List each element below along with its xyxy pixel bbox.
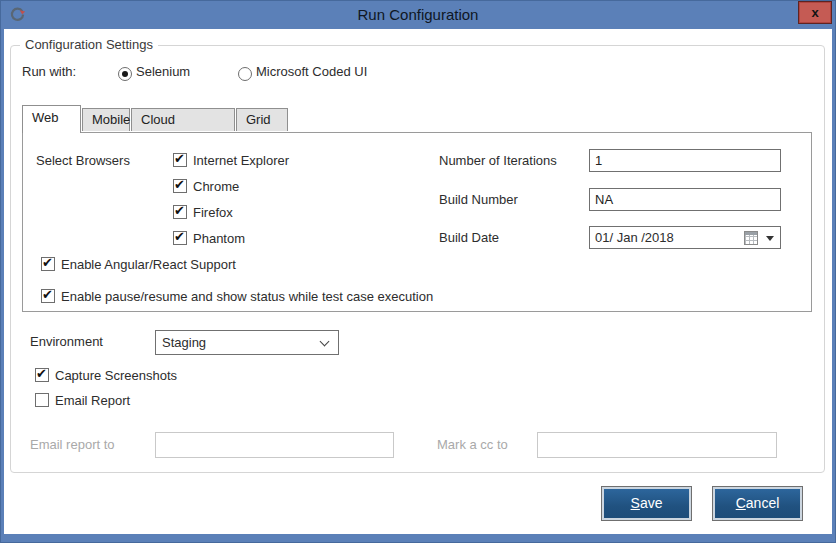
email-report-to-label: Email report to (30, 437, 115, 452)
build-date-value: 01/ Jan /2018 (595, 230, 674, 245)
dialog-body: Configuration Settings Run with: Seleniu… (4, 29, 832, 534)
build-number-input[interactable] (589, 188, 781, 211)
radio-microsoft-coded-ui[interactable] (238, 67, 252, 81)
checkbox-angular-react-label[interactable]: Enable Angular/React Support (61, 257, 236, 272)
run-configuration-dialog: Run Configuration x Configuration Settin… (0, 0, 836, 543)
run-with-label: Run with: (22, 64, 76, 79)
environment-value: Staging (162, 335, 206, 350)
checkbox-firefox-label[interactable]: Firefox (193, 205, 233, 220)
checkbox-angular-react[interactable]: ✔ (41, 257, 55, 271)
checkbox-chrome-label[interactable]: Chrome (193, 179, 239, 194)
tab-cloud-execution[interactable]: Cloud Execution (131, 108, 235, 131)
groupbox-label: Configuration Settings (20, 37, 158, 52)
checkbox-pause-resume-label[interactable]: Enable pause/resume and show status whil… (61, 289, 433, 304)
radio-microsoft-coded-ui-label[interactable]: Microsoft Coded UI (256, 64, 367, 79)
checkbox-phantom-label[interactable]: Phantom (193, 231, 245, 246)
check-mark-icon: ✔ (174, 203, 185, 218)
date-dropdown-arrow-icon[interactable] (766, 236, 774, 241)
check-mark-icon: ✔ (174, 177, 185, 192)
checkbox-internet-explorer-label[interactable]: Internet Explorer (193, 153, 289, 168)
title-bar[interactable]: Run Configuration x (0, 0, 836, 29)
build-date-picker[interactable]: 01/ Jan /2018 (589, 226, 781, 249)
save-button[interactable]: Save (601, 486, 692, 521)
cancel-mnemonic: C (736, 495, 746, 511)
mark-a-cc-to-label: Mark a cc to (437, 437, 508, 452)
environment-dropdown[interactable]: Staging (155, 330, 339, 355)
email-report-to-input[interactable] (155, 432, 394, 458)
build-number-label: Build Number (439, 192, 518, 207)
tab-grid[interactable]: Grid (236, 108, 288, 131)
checkbox-firefox[interactable]: ✔ (173, 205, 187, 219)
window-title: Run Configuration (0, 6, 836, 23)
radio-selenium-label[interactable]: Selenium (136, 64, 190, 79)
check-mark-icon: ✔ (42, 255, 53, 270)
check-mark-icon: ✔ (36, 366, 47, 381)
checkbox-capture-screenshots[interactable]: ✔ (35, 368, 49, 382)
checkbox-email-report-label[interactable]: Email Report (55, 393, 130, 408)
radio-dot (122, 71, 128, 77)
tab-web[interactable]: Web (22, 105, 81, 133)
close-button[interactable]: x (798, 1, 832, 24)
cancel-button[interactable]: Cancel (712, 486, 803, 521)
radio-selenium[interactable] (118, 67, 132, 81)
tab-mobile[interactable]: Mobile (82, 108, 130, 131)
web-tab-panel: Select Browsers ✔ Internet Explorer ✔ Ch… (22, 132, 812, 312)
environment-label: Environment (30, 334, 103, 349)
mark-a-cc-to-input[interactable] (537, 432, 777, 458)
check-mark-icon: ✔ (42, 287, 53, 302)
number-of-iterations-input[interactable] (589, 149, 781, 172)
checkbox-phantom[interactable]: ✔ (173, 231, 187, 245)
checkbox-pause-resume[interactable]: ✔ (41, 289, 55, 303)
checkbox-email-report[interactable]: ✔ (35, 393, 49, 407)
checkbox-chrome[interactable]: ✔ (173, 179, 187, 193)
build-date-label: Build Date (439, 230, 499, 245)
checkbox-internet-explorer[interactable]: ✔ (173, 153, 187, 167)
save-mnemonic: S (631, 495, 640, 511)
number-of-iterations-label: Number of Iterations (439, 153, 557, 168)
chevron-down-icon (320, 337, 330, 347)
select-browsers-label: Select Browsers (36, 153, 130, 168)
check-mark-icon: ✔ (174, 229, 185, 244)
checkbox-capture-screenshots-label[interactable]: Capture Screenshots (55, 368, 177, 383)
calendar-icon[interactable] (744, 231, 758, 245)
check-mark-icon: ✔ (174, 151, 185, 166)
save-rest: ave (640, 495, 663, 511)
cancel-rest: ancel (746, 495, 779, 511)
